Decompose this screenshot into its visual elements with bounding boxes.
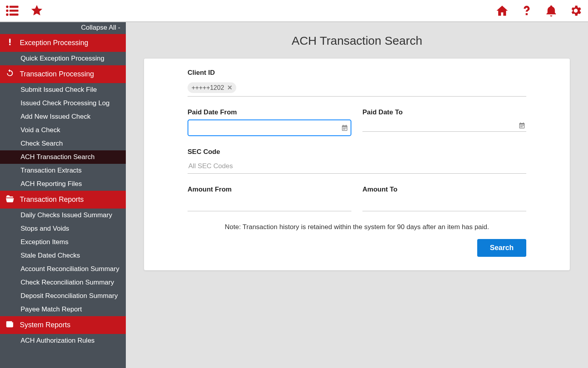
sidebar-section-system-reports[interactable]: System Reports [0, 316, 126, 334]
search-button[interactable]: Search [477, 239, 526, 257]
svg-rect-7 [9, 44, 11, 46]
paid-date-to-label: Paid Date To [362, 108, 526, 116]
sidebar-item-check-reconciliation-summary[interactable]: Check Reconciliation Summary [0, 276, 126, 289]
sidebar-item-check-search[interactable]: Check Search [0, 137, 126, 150]
sidebar-section-transaction-reports[interactable]: Transaction Reports [0, 191, 126, 209]
refresh-icon [6, 69, 14, 80]
sidebar-item-ach-reporting-files[interactable]: ACH Reporting Files [0, 177, 126, 191]
alert-icon [6, 38, 14, 48]
sidebar-section-label: Exception Processing [20, 39, 120, 47]
sidebar-item-void-a-check[interactable]: Void a Check [0, 123, 126, 137]
calendar-icon[interactable] [518, 122, 525, 129]
sidebar-item-ach-transaction-search[interactable]: ACH Transaction Search [0, 150, 126, 164]
svg-rect-5 [9, 13, 19, 15]
sidebar-section-exception-processing[interactable]: Exception Processing [0, 34, 126, 52]
collapse-all-link[interactable]: Collapse All - [0, 22, 126, 34]
paid-date-from-field[interactable] [188, 120, 351, 136]
sidebar-section-transaction-processing[interactable]: Transaction Processing [0, 65, 126, 83]
retention-note: Note: Transaction history is retained wi… [188, 223, 526, 231]
bell-icon[interactable] [544, 4, 558, 17]
sidebar-item-payee-match-report[interactable]: Payee Match Report [0, 303, 126, 316]
page-title: ACH Transaction Search [126, 22, 588, 59]
menu-list-icon[interactable] [6, 4, 19, 17]
news-icon [6, 320, 14, 330]
svg-rect-1 [9, 6, 19, 8]
client-id-chip-text: +++++1202 [192, 84, 224, 91]
top-bar [0, 0, 588, 22]
sidebar-item-transaction-extracts[interactable]: Transaction Extracts [0, 164, 126, 177]
help-icon[interactable] [520, 4, 533, 17]
paid-date-from-label: Paid Date From [188, 108, 351, 116]
star-icon[interactable] [30, 4, 44, 17]
sidebar-item-stale-dated-checks[interactable]: Stale Dated Checks [0, 249, 126, 262]
sidebar-item-submit-issued-check-file[interactable]: Submit Issued Check File [0, 83, 126, 97]
topbar-left [6, 4, 44, 17]
sec-code-label: SEC Code [188, 148, 526, 156]
gear-icon[interactable] [569, 4, 582, 17]
svg-point-0 [6, 6, 8, 8]
paid-date-to-field[interactable] [362, 120, 526, 132]
sidebar-item-quick-exception-processing[interactable]: Quick Exception Processing [0, 52, 126, 65]
client-id-field[interactable]: +++++1202 ✕ [188, 80, 526, 97]
amount-from-label: Amount From [188, 186, 351, 193]
folder-icon [6, 194, 14, 205]
sidebar-item-daily-checks-issued-summary[interactable]: Daily Checks Issued Summary [0, 209, 126, 222]
sidebar-section-label: Transaction Reports [20, 195, 120, 204]
client-id-label: Client ID [188, 69, 526, 77]
paid-date-from-input[interactable] [191, 124, 341, 131]
amount-from-input[interactable] [188, 197, 351, 211]
sidebar-item-deposit-reconciliation-summary[interactable]: Deposit Reconciliation Summary [0, 289, 126, 303]
sidebar-item-ach-authorization-rules[interactable]: ACH Authorization Rules [0, 334, 126, 347]
home-icon[interactable] [495, 4, 509, 17]
amount-to-input[interactable] [362, 197, 526, 211]
client-id-chip-remove-icon[interactable]: ✕ [227, 84, 232, 91]
sidebar-item-exception-items[interactable]: Exception Items [0, 235, 126, 249]
sidebar-item-add-new-issued-check[interactable]: Add New Issued Check [0, 110, 126, 123]
calendar-icon[interactable] [341, 124, 348, 131]
sidebar-item-stops-and-voids[interactable]: Stops and Voids [0, 222, 126, 235]
svg-rect-3 [9, 9, 19, 11]
sidebar: Collapse All - Exception ProcessingQuick… [0, 22, 126, 368]
svg-point-2 [6, 9, 8, 12]
client-id-chip: +++++1202 ✕ [188, 82, 236, 93]
amount-to-label: Amount To [362, 186, 526, 193]
sidebar-item-account-reconciliation-summary[interactable]: Account Reconciliation Summary [0, 262, 126, 276]
sidebar-item-issued-check-processing-log[interactable]: Issued Check Processing Log [0, 97, 126, 110]
sec-code-input[interactable] [188, 159, 526, 174]
main-content: ACH Transaction Search Client ID +++++12… [126, 22, 588, 368]
svg-point-4 [6, 13, 8, 16]
svg-rect-6 [9, 39, 11, 43]
sidebar-section-label: Transaction Processing [20, 70, 120, 78]
sidebar-section-label: System Reports [20, 321, 120, 329]
paid-date-to-input[interactable] [363, 122, 518, 129]
topbar-right [495, 4, 582, 17]
search-form-card: Client ID +++++1202 ✕ Paid Date From [144, 59, 570, 270]
